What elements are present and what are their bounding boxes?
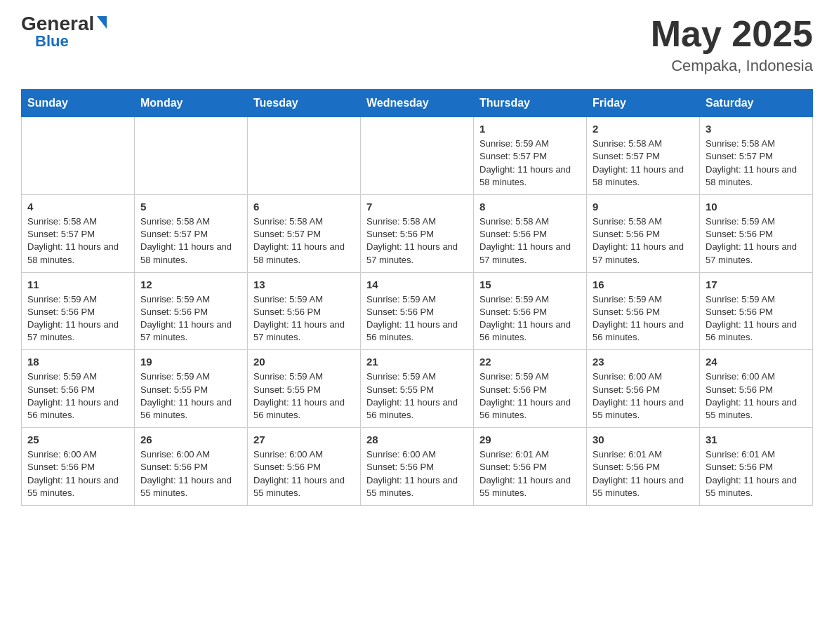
day-info: Sunrise: 6:00 AM Sunset: 5:56 PM Dayligh… [593, 370, 694, 422]
calendar-cell: 28Sunrise: 6:00 AM Sunset: 5:56 PM Dayli… [361, 428, 474, 506]
day-info: Sunrise: 6:00 AM Sunset: 5:56 PM Dayligh… [253, 448, 355, 499]
col-thursday: Thursday [474, 90, 587, 117]
day-number: 1 [479, 121, 581, 136]
calendar-cell: 22Sunrise: 5:59 AM Sunset: 5:56 PM Dayli… [474, 350, 587, 428]
logo-blue-text: Blue [35, 34, 69, 49]
calendar-cell [248, 117, 361, 195]
day-info: Sunrise: 5:59 AM Sunset: 5:55 PM Dayligh… [366, 370, 468, 422]
day-number: 29 [479, 432, 581, 447]
day-info: Sunrise: 5:59 AM Sunset: 5:56 PM Dayligh… [479, 293, 581, 344]
week-row-2: 4Sunrise: 5:58 AM Sunset: 5:57 PM Daylig… [22, 194, 813, 272]
calendar-cell: 11Sunrise: 5:59 AM Sunset: 5:56 PM Dayli… [22, 272, 135, 350]
calendar-cell: 1Sunrise: 5:59 AM Sunset: 5:57 PM Daylig… [474, 117, 587, 195]
location-text: Cempaka, Indonesia [651, 57, 813, 75]
day-info: Sunrise: 5:59 AM Sunset: 5:56 PM Dayligh… [27, 370, 128, 422]
day-number: 23 [593, 354, 694, 369]
week-row-3: 11Sunrise: 5:59 AM Sunset: 5:56 PM Dayli… [22, 272, 813, 350]
col-wednesday: Wednesday [361, 90, 474, 117]
page-header: General Blue May 2025 Cempaka, Indonesia [21, 14, 813, 75]
logo: General Blue [21, 14, 107, 49]
day-number: 25 [27, 432, 128, 447]
col-monday: Monday [135, 90, 248, 117]
week-row-4: 18Sunrise: 5:59 AM Sunset: 5:56 PM Dayli… [22, 350, 813, 428]
day-info: Sunrise: 5:59 AM Sunset: 5:55 PM Dayligh… [253, 370, 355, 422]
calendar-cell: 29Sunrise: 6:01 AM Sunset: 5:56 PM Dayli… [474, 428, 587, 506]
logo-general-text: General [21, 14, 94, 34]
day-info: Sunrise: 6:00 AM Sunset: 5:56 PM Dayligh… [140, 448, 241, 499]
day-number: 3 [706, 121, 807, 136]
calendar-cell: 10Sunrise: 5:59 AM Sunset: 5:56 PM Dayli… [700, 194, 813, 272]
day-number: 21 [366, 354, 468, 369]
calendar-cell [22, 117, 135, 195]
day-number: 24 [706, 354, 807, 369]
calendar-cell: 7Sunrise: 5:58 AM Sunset: 5:56 PM Daylig… [361, 194, 474, 272]
logo-triangle-icon [97, 16, 107, 29]
day-number: 28 [366, 432, 468, 447]
day-number: 14 [366, 277, 468, 292]
day-info: Sunrise: 5:59 AM Sunset: 5:55 PM Dayligh… [140, 370, 241, 422]
day-info: Sunrise: 6:01 AM Sunset: 5:56 PM Dayligh… [593, 448, 694, 499]
day-number: 26 [140, 432, 241, 447]
day-info: Sunrise: 6:01 AM Sunset: 5:56 PM Dayligh… [479, 448, 581, 499]
day-info: Sunrise: 5:58 AM Sunset: 5:57 PM Dayligh… [253, 215, 355, 267]
calendar-cell: 9Sunrise: 5:58 AM Sunset: 5:56 PM Daylig… [587, 194, 700, 272]
calendar-cell: 19Sunrise: 5:59 AM Sunset: 5:55 PM Dayli… [135, 350, 248, 428]
day-number: 16 [593, 277, 694, 292]
day-info: Sunrise: 5:58 AM Sunset: 5:56 PM Dayligh… [366, 215, 468, 267]
calendar-cell: 15Sunrise: 5:59 AM Sunset: 5:56 PM Dayli… [474, 272, 587, 350]
calendar-body: 1Sunrise: 5:59 AM Sunset: 5:57 PM Daylig… [22, 117, 813, 506]
calendar-cell: 16Sunrise: 5:59 AM Sunset: 5:56 PM Dayli… [587, 272, 700, 350]
calendar-cell: 26Sunrise: 6:00 AM Sunset: 5:56 PM Dayli… [135, 428, 248, 506]
day-info: Sunrise: 5:59 AM Sunset: 5:56 PM Dayligh… [140, 293, 241, 344]
day-info: Sunrise: 5:58 AM Sunset: 5:57 PM Dayligh… [706, 137, 807, 189]
calendar-cell [135, 117, 248, 195]
calendar-cell: 25Sunrise: 6:00 AM Sunset: 5:56 PM Dayli… [22, 428, 135, 506]
day-number: 20 [253, 354, 355, 369]
day-info: Sunrise: 6:00 AM Sunset: 5:56 PM Dayligh… [366, 448, 468, 499]
day-number: 18 [27, 354, 128, 369]
title-area: May 2025 Cempaka, Indonesia [651, 14, 813, 75]
col-saturday: Saturday [700, 90, 813, 117]
day-info: Sunrise: 6:00 AM Sunset: 5:56 PM Dayligh… [27, 448, 128, 499]
day-number: 22 [479, 354, 581, 369]
calendar-cell: 4Sunrise: 5:58 AM Sunset: 5:57 PM Daylig… [22, 194, 135, 272]
day-info: Sunrise: 5:58 AM Sunset: 5:56 PM Dayligh… [593, 215, 694, 267]
day-info: Sunrise: 5:59 AM Sunset: 5:56 PM Dayligh… [253, 293, 355, 344]
col-tuesday: Tuesday [248, 90, 361, 117]
calendar-cell: 6Sunrise: 5:58 AM Sunset: 5:57 PM Daylig… [248, 194, 361, 272]
col-friday: Friday [587, 90, 700, 117]
day-info: Sunrise: 5:58 AM Sunset: 5:57 PM Dayligh… [140, 215, 241, 267]
day-number: 19 [140, 354, 241, 369]
calendar-cell: 31Sunrise: 6:01 AM Sunset: 5:56 PM Dayli… [700, 428, 813, 506]
calendar-cell: 27Sunrise: 6:00 AM Sunset: 5:56 PM Dayli… [248, 428, 361, 506]
day-info: Sunrise: 5:58 AM Sunset: 5:57 PM Dayligh… [593, 137, 694, 189]
day-number: 10 [706, 199, 807, 214]
calendar-cell: 30Sunrise: 6:01 AM Sunset: 5:56 PM Dayli… [587, 428, 700, 506]
day-info: Sunrise: 5:59 AM Sunset: 5:56 PM Dayligh… [706, 293, 807, 344]
day-number: 9 [593, 199, 694, 214]
calendar-cell: 24Sunrise: 6:00 AM Sunset: 5:56 PM Dayli… [700, 350, 813, 428]
calendar-table: Sunday Monday Tuesday Wednesday Thursday… [21, 89, 813, 506]
day-info: Sunrise: 5:59 AM Sunset: 5:56 PM Dayligh… [479, 370, 581, 422]
calendar-cell: 3Sunrise: 5:58 AM Sunset: 5:57 PM Daylig… [700, 117, 813, 195]
day-info: Sunrise: 5:59 AM Sunset: 5:56 PM Dayligh… [706, 215, 807, 267]
day-info: Sunrise: 5:59 AM Sunset: 5:56 PM Dayligh… [593, 293, 694, 344]
day-info: Sunrise: 5:58 AM Sunset: 5:57 PM Dayligh… [27, 215, 128, 267]
calendar-cell [361, 117, 474, 195]
calendar-cell: 8Sunrise: 5:58 AM Sunset: 5:56 PM Daylig… [474, 194, 587, 272]
day-info: Sunrise: 5:59 AM Sunset: 5:57 PM Dayligh… [479, 137, 581, 189]
calendar-cell: 18Sunrise: 5:59 AM Sunset: 5:56 PM Dayli… [22, 350, 135, 428]
day-info: Sunrise: 6:00 AM Sunset: 5:56 PM Dayligh… [706, 370, 807, 422]
day-number: 13 [253, 277, 355, 292]
calendar-cell: 5Sunrise: 5:58 AM Sunset: 5:57 PM Daylig… [135, 194, 248, 272]
calendar-cell: 21Sunrise: 5:59 AM Sunset: 5:55 PM Dayli… [361, 350, 474, 428]
day-number: 4 [27, 199, 128, 214]
day-number: 11 [27, 277, 128, 292]
header-row: Sunday Monday Tuesday Wednesday Thursday… [22, 90, 813, 117]
day-number: 27 [253, 432, 355, 447]
day-number: 2 [593, 121, 694, 136]
day-number: 7 [366, 199, 468, 214]
day-number: 12 [140, 277, 241, 292]
calendar-cell: 13Sunrise: 5:59 AM Sunset: 5:56 PM Dayli… [248, 272, 361, 350]
calendar-cell: 2Sunrise: 5:58 AM Sunset: 5:57 PM Daylig… [587, 117, 700, 195]
